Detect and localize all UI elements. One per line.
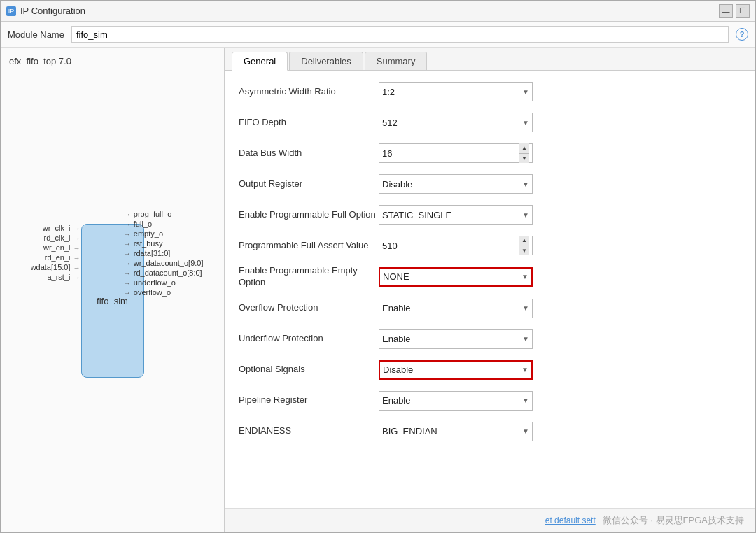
tab-summary[interactable]: Summary xyxy=(365,52,428,70)
control-endianess: BIG_ENDIAN ▼ xyxy=(379,422,533,441)
dropdown-fifo-depth[interactable]: 512 ▼ xyxy=(379,113,533,132)
label-optional-signals: Optional Signals xyxy=(239,364,379,376)
dropdown-value: Disable xyxy=(382,179,412,190)
tab-deliverables[interactable]: Deliverables xyxy=(289,52,363,70)
tabs-bar: General Deliverables Summary xyxy=(225,48,755,71)
control-asymmetric-width-ratio: 1:2 ▼ xyxy=(379,82,533,101)
signal-rd-clk: rd_clk_i → xyxy=(22,234,80,242)
title-bar: IP IP Configuration — ☐ xyxy=(1,1,755,22)
label-underflow-protection: Underflow Protection xyxy=(239,333,379,345)
dropdown-value: Disable xyxy=(383,364,413,375)
row-underflow-protection: Underflow Protection Enable ▼ xyxy=(239,328,741,350)
label-fifo-depth: FIFO Depth xyxy=(239,117,379,129)
maximize-button[interactable]: ☐ xyxy=(736,4,750,18)
row-optional-signals: Optional Signals Disable ▼ xyxy=(239,359,741,381)
row-asymmetric-width-ratio: Asymmetric Width Ratio 1:2 ▼ xyxy=(239,80,741,103)
title-bar-controls: — ☐ xyxy=(719,4,750,18)
dropdown-output-register[interactable]: Disable ▼ xyxy=(379,174,533,194)
dropdown-value: 1:2 xyxy=(382,87,395,97)
spinner-value: 16 xyxy=(382,148,392,159)
ip-configuration-window: IP IP Configuration — ☐ Module Name ? ef… xyxy=(0,0,756,533)
schematic-container: wr_clk_i → rd_clk_i → wr_en_i → rd_en_ xyxy=(22,154,204,448)
dropdown-endianess[interactable]: BIG_ENDIAN ▼ xyxy=(379,422,533,441)
spinner-up-button[interactable]: ▲ xyxy=(519,236,529,246)
main-content: efx_fifo_top 7.0 wr_clk_i → rd_clk_i → xyxy=(1,48,755,532)
dropdown-arrow-icon: ▼ xyxy=(522,335,529,343)
signal-rd-datacount: → rd_datacount_o[8:0] xyxy=(124,269,204,277)
label-prog-empty-option: Enable Programmable Empty Option xyxy=(239,265,379,289)
signals-left: wr_clk_i → rd_clk_i → wr_en_i → rd_en_ xyxy=(22,224,80,281)
signal-rdata: → rdata[31:0] xyxy=(124,249,204,257)
dropdown-value: Enable xyxy=(382,303,410,313)
control-prog-full-assert: 510 ▲ ▼ xyxy=(379,236,533,255)
dropdown-underflow-protection[interactable]: Enable ▼ xyxy=(379,329,533,349)
row-data-bus-width: Data Bus Width 16 ▲ ▼ xyxy=(239,142,741,164)
dropdown-pipeline-register[interactable]: Enable ▼ xyxy=(379,391,533,411)
dropdown-arrow-icon: ▼ xyxy=(522,304,529,312)
row-prog-full-assert: Programmable Full Assert Value 510 ▲ ▼ xyxy=(239,234,741,257)
spinner-value: 510 xyxy=(382,241,398,251)
dropdown-arrow-icon: ▼ xyxy=(522,366,528,374)
spinner-down-button[interactable]: ▼ xyxy=(519,154,529,164)
minimize-button[interactable]: — xyxy=(719,4,733,18)
row-prog-full-option: Enable Programmable Full Option STATIC_S… xyxy=(239,204,741,226)
control-output-register: Disable ▼ xyxy=(379,174,533,194)
tab-general[interactable]: General xyxy=(232,52,288,71)
label-asymmetric-width-ratio: Asymmetric Width Ratio xyxy=(239,86,379,98)
spinner-up-button[interactable]: ▲ xyxy=(519,143,529,154)
spinner-down-button[interactable]: ▼ xyxy=(519,246,529,256)
help-icon[interactable]: ? xyxy=(736,28,748,41)
component-title: efx_fifo_top 7.0 xyxy=(9,56,216,66)
dropdown-value: BIG_ENDIAN xyxy=(382,426,438,436)
signal-wdata: wdata[15:0] → xyxy=(22,263,80,271)
spinner-buttons: ▲ ▼ xyxy=(519,236,529,255)
dropdown-value: Enable xyxy=(382,334,410,344)
row-fifo-depth: FIFO Depth 512 ▼ xyxy=(239,111,741,134)
dropdown-value: 512 xyxy=(382,118,398,128)
signal-wr-datacount: → wr_datacount_o[9:0] xyxy=(124,259,204,267)
dropdown-optional-signals[interactable]: Disable ▼ xyxy=(379,360,533,380)
label-prog-full-assert: Programmable Full Assert Value xyxy=(239,240,379,252)
dropdown-overflow-protection[interactable]: Enable ▼ xyxy=(379,299,533,318)
control-data-bus-width: 16 ▲ ▼ xyxy=(379,143,533,163)
row-output-register: Output Register Disable ▼ xyxy=(239,173,741,195)
dropdown-asymmetric-width-ratio[interactable]: 1:2 ▼ xyxy=(379,82,533,101)
dropdown-arrow-icon: ▼ xyxy=(522,88,529,96)
spinner-data-bus-width: 16 ▲ ▼ xyxy=(379,143,533,163)
control-overflow-protection: Enable ▼ xyxy=(379,299,533,318)
control-prog-full-option: STATIC_SINGLE ▼ xyxy=(379,205,533,225)
schematic-area: wr_clk_i → rd_clk_i → wr_en_i → rd_en_ xyxy=(9,78,216,524)
title-bar-left: IP IP Configuration xyxy=(6,6,85,16)
control-optional-signals: Disable ▼ xyxy=(379,360,533,380)
label-data-bus-width: Data Bus Width xyxy=(239,148,379,159)
label-pipeline-register: Pipeline Register xyxy=(239,395,379,406)
signal-prog-full: → prog_full_o xyxy=(124,210,204,218)
app-icon: IP xyxy=(6,6,16,16)
fifo-block-label: fifo_sim xyxy=(97,296,128,306)
module-name-bar: Module Name ? xyxy=(1,22,755,48)
control-underflow-protection: Enable ▼ xyxy=(379,329,533,349)
dropdown-prog-empty-option[interactable]: NONE ▼ xyxy=(379,267,533,287)
module-name-input[interactable] xyxy=(71,26,729,43)
label-prog-full-option: Enable Programmable Full Option xyxy=(239,209,379,221)
dropdown-arrow-icon: ▼ xyxy=(522,180,529,188)
reset-defaults-link[interactable]: et default sett xyxy=(545,516,596,525)
signal-wr-en: wr_en_i → xyxy=(22,243,80,252)
dropdown-value: NONE xyxy=(383,271,410,282)
row-pipeline-register: Pipeline Register Enable ▼ xyxy=(239,390,741,412)
signal-rst: a_rst_i → xyxy=(22,273,80,281)
signal-overflow: → overflow_o xyxy=(124,288,204,297)
label-output-register: Output Register xyxy=(239,178,379,190)
left-panel: efx_fifo_top 7.0 wr_clk_i → rd_clk_i → xyxy=(1,48,225,532)
control-pipeline-register: Enable ▼ xyxy=(379,391,533,411)
row-overflow-protection: Overflow Protection Enable ▼ xyxy=(239,297,741,320)
dropdown-arrow-icon: ▼ xyxy=(522,119,529,127)
module-name-label: Module Name xyxy=(8,29,64,40)
signal-underflow: → underflow_o xyxy=(124,278,204,287)
watermark-text: 微信公众号 · 易灵思FPGA技术支持 xyxy=(603,514,744,527)
control-prog-empty-option: NONE ▼ xyxy=(379,267,533,287)
dropdown-prog-full-option[interactable]: STATIC_SINGLE ▼ xyxy=(379,205,533,225)
signals-right: → prog_full_o → full_o → empty_o → xyxy=(124,210,204,297)
dropdown-arrow-icon: ▼ xyxy=(522,273,528,280)
label-overflow-protection: Overflow Protection xyxy=(239,302,379,314)
